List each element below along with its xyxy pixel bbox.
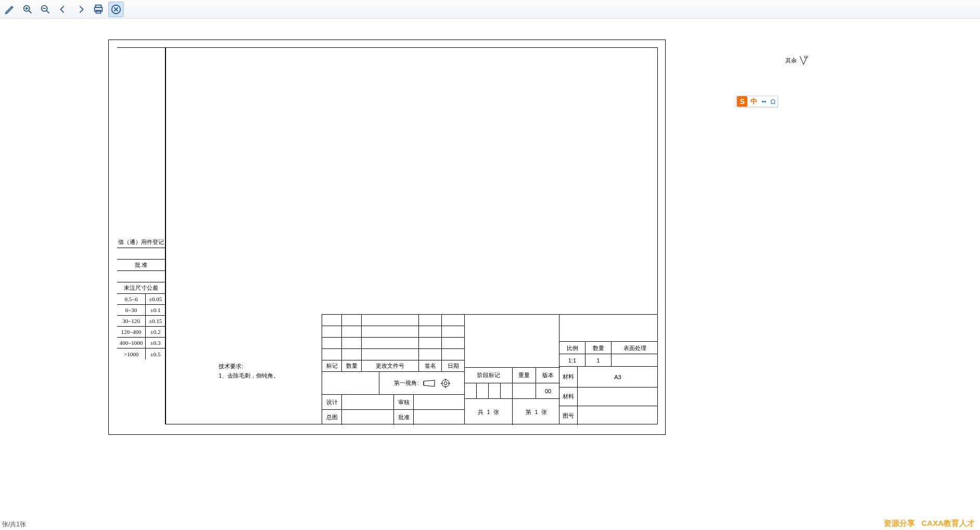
- print-icon[interactable]: [91, 2, 106, 17]
- status-bar: 张/共1张: [0, 519, 26, 530]
- title-block: 比例 数量 表面处理 1:1 1 材料 A3 材料 图号: [559, 314, 658, 424]
- svg-text:6.3: 6.3: [804, 55, 808, 59]
- surface-symbol-icon: 6.3: [799, 55, 808, 66]
- ime-mode[interactable]: 中: [748, 97, 759, 106]
- ime-logo-icon: S: [737, 96, 747, 107]
- watermark: 资源分享 CAXA教育人才: [884, 519, 975, 528]
- close-icon[interactable]: [108, 2, 124, 17]
- ime-punct[interactable]: ••: [759, 98, 768, 106]
- material-cell: 材料: [559, 387, 578, 406]
- surface-label: 其余: [785, 57, 797, 64]
- surface-finish: 其余 6.3: [785, 55, 808, 66]
- forward-icon[interactable]: [73, 2, 88, 17]
- back-icon[interactable]: [55, 2, 71, 17]
- pencil-icon[interactable]: [2, 2, 18, 17]
- ime-bar[interactable]: S 中 •• Ω: [736, 96, 778, 107]
- borrow-label: 借（通）用件登记: [117, 237, 165, 248]
- tech-requirements: 技术要求: 1、去除毛刺，倒钝角。: [219, 362, 279, 380]
- tolerance-title: 未注尺寸公差: [117, 282, 165, 294]
- revision-column: 借（通）用件登记 批 准 未注尺寸公差 0.5~6±0.05 6~30±0.1 …: [117, 47, 166, 424]
- svg-point-7: [442, 380, 449, 387]
- svg-point-8: [444, 382, 447, 385]
- tech-line: 1、去除毛刺，倒钝角。: [219, 371, 279, 381]
- zoom-fit-icon[interactable]: [37, 2, 53, 17]
- viewport: 借（通）用件登记 批 准 未注尺寸公差 0.5~6±0.05 6~30±0.1 …: [0, 19, 980, 530]
- projection-cone-icon: [423, 380, 437, 387]
- stage-block: 阶段标记 重量 版本 00 共1张 第1张: [464, 314, 559, 424]
- tech-title: 技术要求:: [219, 362, 279, 371]
- ime-omega[interactable]: Ω: [768, 98, 778, 106]
- zoom-in-icon[interactable]: [20, 2, 35, 17]
- revision-block: 标记数量更改文件号签名日期 第一视角: 设计审核 总图批准: [322, 314, 464, 424]
- projection-target-icon: [441, 379, 450, 388]
- toolbar: [0, 0, 980, 19]
- approve-label: 批 准: [117, 260, 165, 271]
